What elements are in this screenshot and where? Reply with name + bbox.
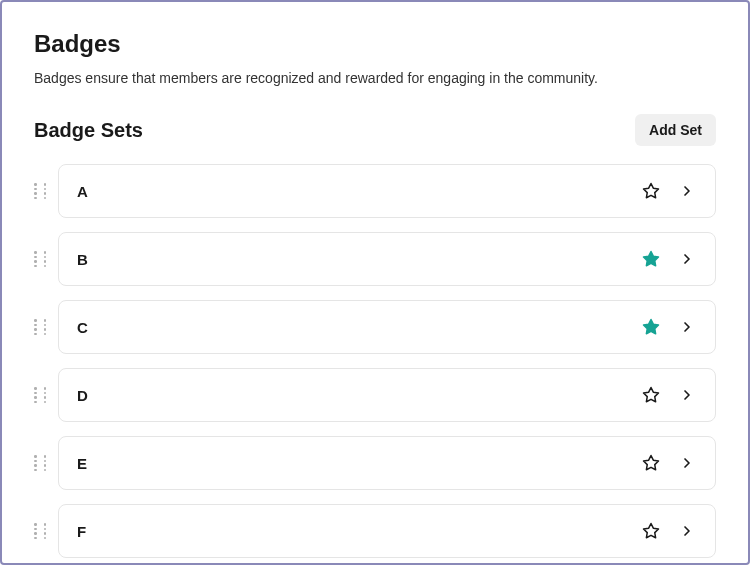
badge-set-card[interactable]: E (58, 436, 716, 490)
badge-set-label: B (77, 251, 88, 268)
svg-marker-4 (644, 456, 659, 470)
drag-handle-icon[interactable] (34, 182, 46, 200)
badge-set-row: C (34, 300, 716, 354)
star-filled-icon[interactable] (641, 249, 661, 269)
badge-set-row: B (34, 232, 716, 286)
drag-handle-icon[interactable] (34, 318, 46, 336)
badge-set-card[interactable]: D (58, 368, 716, 422)
badge-set-label: D (77, 387, 88, 404)
badge-set-row: E (34, 436, 716, 490)
badge-sets-header: Badge Sets Add Set (34, 114, 716, 146)
card-actions (641, 317, 697, 337)
svg-marker-2 (644, 320, 659, 334)
badge-set-label: A (77, 183, 88, 200)
badge-set-label: F (77, 523, 86, 540)
badge-set-label: E (77, 455, 87, 472)
chevron-right-icon[interactable] (677, 181, 697, 201)
badge-set-row: D (34, 368, 716, 422)
chevron-right-icon[interactable] (677, 249, 697, 269)
star-outline-icon[interactable] (641, 521, 661, 541)
card-actions (641, 249, 697, 269)
svg-marker-5 (644, 524, 659, 538)
svg-marker-3 (644, 388, 659, 402)
badge-sets-list: ABCDEF (34, 164, 716, 558)
card-actions (641, 181, 697, 201)
badge-set-card[interactable]: A (58, 164, 716, 218)
badge-set-label: C (77, 319, 88, 336)
drag-handle-icon[interactable] (34, 454, 46, 472)
star-outline-icon[interactable] (641, 181, 661, 201)
svg-marker-0 (644, 184, 659, 198)
page-title: Badges (34, 30, 716, 58)
chevron-right-icon[interactable] (677, 385, 697, 405)
badge-set-card[interactable]: C (58, 300, 716, 354)
chevron-right-icon[interactable] (677, 521, 697, 541)
drag-handle-icon[interactable] (34, 250, 46, 268)
badge-set-row: F (34, 504, 716, 558)
card-actions (641, 521, 697, 541)
chevron-right-icon[interactable] (677, 453, 697, 473)
drag-handle-icon[interactable] (34, 522, 46, 540)
card-actions (641, 385, 697, 405)
star-filled-icon[interactable] (641, 317, 661, 337)
star-outline-icon[interactable] (641, 385, 661, 405)
add-set-button[interactable]: Add Set (635, 114, 716, 146)
badge-sets-title: Badge Sets (34, 119, 143, 142)
badge-set-row: A (34, 164, 716, 218)
svg-marker-1 (644, 252, 659, 266)
star-outline-icon[interactable] (641, 453, 661, 473)
badge-set-card[interactable]: B (58, 232, 716, 286)
badge-set-card[interactable]: F (58, 504, 716, 558)
chevron-right-icon[interactable] (677, 317, 697, 337)
drag-handle-icon[interactable] (34, 386, 46, 404)
page-description: Badges ensure that members are recognize… (34, 70, 716, 86)
card-actions (641, 453, 697, 473)
